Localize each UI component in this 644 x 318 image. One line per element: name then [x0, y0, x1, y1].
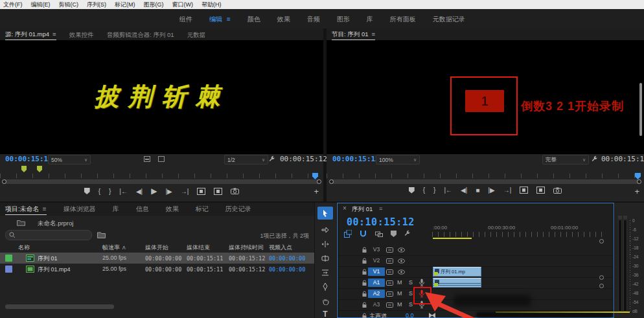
program-video-viewport[interactable]: 1 倒数3 2 1开始录制	[327, 40, 644, 154]
source-zoom-select[interactable]: 50%∨	[48, 155, 91, 165]
track-name[interactable]: V3	[368, 245, 385, 254]
go-to-in-button[interactable]: |←	[119, 188, 128, 195]
step-forward-button[interactable]: |▶	[165, 188, 172, 195]
menu-item-markers[interactable]: 标记(M)	[115, 1, 135, 9]
play-button[interactable]: ▶	[151, 187, 157, 196]
source-time-ruler[interactable]	[0, 174, 323, 178]
row-name[interactable]: 序列 01	[38, 255, 58, 263]
track-output-eye-icon[interactable]	[398, 269, 405, 275]
button-editor-icon[interactable]: +	[314, 187, 319, 196]
tab-program[interactable]: 节目: 序列 01≡	[332, 28, 375, 40]
panel-menu-icon[interactable]: ≡	[372, 30, 376, 38]
add-marker-icon[interactable]	[391, 231, 397, 237]
program-zoom-scrollbar[interactable]	[330, 179, 641, 184]
tab-effect-controls[interactable]: 效果控件	[69, 29, 94, 40]
insert-icon[interactable]	[197, 188, 205, 195]
master-level-value[interactable]: 0.0	[406, 312, 414, 318]
solo-button[interactable]: S	[409, 279, 413, 286]
track-output-eye-icon[interactable]	[398, 258, 405, 264]
window-scrollbar-handle[interactable]	[639, 83, 642, 136]
tab-source[interactable]: 源: 序列 01.mp4≡	[5, 28, 56, 40]
add-marker-icon[interactable]	[84, 188, 90, 194]
scrollbar-handle[interactable]	[599, 284, 604, 288]
bin-icon[interactable]	[97, 231, 106, 238]
scrollbar-handle[interactable]	[329, 179, 334, 184]
tab-metadata[interactable]: 元数据	[187, 29, 206, 40]
nest-toggle-icon[interactable]	[344, 230, 352, 238]
horizontal-scrollbar[interactable]	[5, 304, 114, 309]
razor-tool[interactable]	[317, 252, 333, 265]
scrollbar-handle[interactable]	[599, 275, 604, 280]
program-playhead[interactable]	[635, 173, 641, 179]
add-marker-icon[interactable]	[409, 187, 415, 194]
track-output-eye-icon[interactable]	[398, 247, 405, 253]
timeline-playhead-timecode[interactable]: 00:10:15:12	[347, 216, 415, 228]
tab-project[interactable]: 项目:未命名≡	[5, 203, 47, 215]
workspace-menu-icon[interactable]: ≡	[227, 16, 231, 23]
clip-marker-icon[interactable]	[37, 166, 42, 172]
workspace-tab-effects[interactable]: 效果	[277, 15, 290, 24]
tab-media-browser[interactable]: 媒体浏览器	[63, 205, 96, 214]
timeline-ruler[interactable]	[432, 232, 606, 237]
track-name[interactable]: A3	[368, 301, 385, 309]
lock-icon[interactable]	[362, 258, 367, 264]
sync-lock-icon[interactable]	[386, 280, 393, 286]
table-row[interactable]: 序列 01 25.00 fps 00:00:00:00 00:00:15:11 …	[0, 253, 314, 264]
timeline-tab-label[interactable]: 序列 01	[352, 205, 373, 214]
track-name[interactable]: V1	[368, 267, 385, 276]
solo-button[interactable]: S	[409, 301, 413, 308]
sync-lock-icon[interactable]	[386, 302, 393, 308]
keyframe-bowtie-icon[interactable]	[429, 313, 435, 318]
source-playhead[interactable]	[312, 173, 318, 179]
go-to-out-button[interactable]: →|	[503, 187, 512, 194]
lock-icon[interactable]	[362, 313, 367, 318]
panel-menu-icon[interactable]: ≡	[52, 30, 56, 38]
overwrite-icon[interactable]	[214, 188, 222, 195]
program-time-ruler[interactable]	[327, 174, 644, 178]
tab-markers[interactable]: 标记	[196, 205, 209, 214]
lift-icon[interactable]	[520, 187, 528, 194]
timeline-settings-wrench-icon[interactable]	[404, 230, 411, 237]
go-to-in-button[interactable]: |←	[444, 187, 452, 194]
scrollbar-handle[interactable]	[637, 179, 641, 184]
pen-tool[interactable]	[317, 280, 333, 293]
track-name[interactable]: A2	[368, 290, 385, 298]
program-resolution-select[interactable]: 完整∨	[542, 155, 589, 165]
type-tool[interactable]: T	[317, 308, 333, 318]
track-select-forward-tool[interactable]	[317, 223, 333, 236]
sync-lock-icon[interactable]	[386, 247, 393, 253]
column-frame-rate[interactable]: 帧速率 ∧	[102, 244, 126, 252]
row-name[interactable]: 序列 01.mp4	[38, 266, 71, 274]
scrollbar-handle[interactable]	[599, 239, 604, 244]
tab-audio-clip-mixer[interactable]: 音频剪辑混合器: 序列 01	[107, 29, 174, 40]
column-video-in[interactable]: 视频入点	[269, 244, 292, 252]
lock-icon[interactable]	[362, 280, 367, 286]
mark-out-button[interactable]: }	[109, 188, 111, 195]
mark-out-button[interactable]: }	[433, 187, 435, 194]
tab-effects[interactable]: 效果	[166, 205, 179, 214]
workspace-tab-audio[interactable]: 音频	[307, 15, 320, 24]
ripple-edit-tool[interactable]	[317, 238, 333, 251]
tab-info[interactable]: 信息	[136, 205, 149, 214]
step-back-button[interactable]: ◀|	[136, 188, 143, 195]
track-name[interactable]: A1	[368, 278, 385, 287]
workspace-tab-graphics[interactable]: 图形	[337, 15, 350, 24]
wrench-icon[interactable]	[268, 155, 275, 163]
track-name[interactable]: V2	[368, 256, 385, 265]
program-zoom-select[interactable]: 100%∨	[376, 155, 420, 165]
close-panel-icon[interactable]: ×	[343, 205, 347, 212]
label-color-swatch[interactable]	[5, 266, 12, 273]
workspace-tab-editing[interactable]: 编辑≡	[209, 15, 231, 24]
go-to-out-button[interactable]: →|	[181, 188, 189, 195]
sync-lock-icon[interactable]	[386, 291, 393, 297]
source-resolution-select[interactable]: 1/2∨	[224, 155, 268, 165]
lock-icon[interactable]	[362, 247, 367, 253]
clip-marker-icon[interactable]	[21, 166, 27, 172]
snap-magnet-icon[interactable]	[360, 230, 367, 237]
selection-tool[interactable]	[317, 207, 333, 220]
column-name[interactable]: 名称	[18, 244, 30, 252]
menu-item-clip[interactable]: 剪辑(C)	[59, 1, 79, 9]
solo-button[interactable]: S	[409, 290, 413, 297]
meter-solo-left[interactable]	[618, 216, 622, 219]
lock-icon[interactable]	[362, 302, 367, 308]
